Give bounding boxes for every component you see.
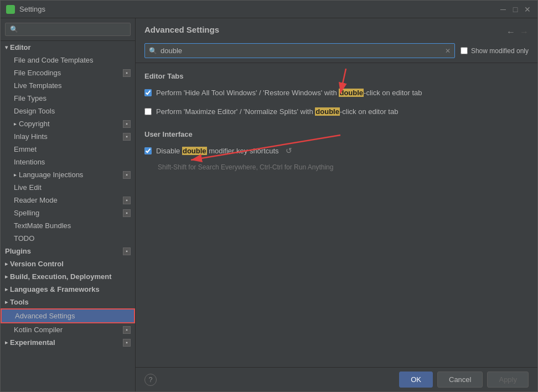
sidebar-item-design-tools[interactable]: Design Tools (1, 105, 135, 117)
expand-icon: ▪ (123, 133, 131, 141)
disable-double-modifier-text: Disable double modifier key shortcuts (156, 146, 279, 156)
expand-icon: ▪ (123, 171, 131, 179)
reset-button[interactable]: ↺ (283, 146, 294, 155)
disable-double-modifier-hint: Shift-Shift for Search Everywhere, Ctrl-… (158, 163, 529, 171)
sidebar-item-label: Design Tools (14, 107, 55, 115)
expand-icon: ▪ (123, 69, 131, 77)
sidebar-item-label: Emmet (14, 145, 37, 153)
sidebar-search-input[interactable] (5, 23, 131, 36)
sidebar-item-build-execution[interactable]: ▸ Build, Execution, Deployment (1, 270, 135, 283)
sidebar-item-emmet[interactable]: Emmet (1, 143, 135, 156)
editor-tabs-label: Editor Tabs (144, 72, 529, 80)
maximize-button[interactable]: □ (511, 5, 520, 14)
sidebar-item-experimental[interactable]: ▸ Experimental ▪ (1, 336, 135, 349)
sidebar-item-label: Tools (10, 298, 29, 306)
option-maximize-editor: Perform 'Maximize Editor' / 'Normalize S… (144, 105, 529, 119)
sidebar-item-kotlin-compiler[interactable]: Kotlin Compiler ▪ (1, 323, 135, 336)
app-icon (6, 5, 15, 14)
hide-tool-windows-checkbox[interactable] (144, 89, 152, 96)
sidebar-item-advanced-settings[interactable]: Advanced Settings (1, 308, 135, 323)
sidebar-item-textmate-bundles[interactable]: TextMate Bundles (1, 219, 135, 232)
sidebar-item-tools[interactable]: ▸ Tools (1, 296, 135, 308)
window-title: Settings (19, 5, 499, 13)
sidebar-item-reader-mode[interactable]: Reader Mode ▪ (1, 194, 135, 207)
user-interface-section: User Interface Disable double modifier k… (144, 130, 529, 171)
expand-icon: ▪ (123, 326, 131, 334)
sidebar-item-label: Live Edit (14, 183, 42, 192)
sidebar-item-label: Intentions (14, 158, 45, 166)
sidebar-item-label: Version Control (10, 260, 64, 268)
minimize-button[interactable]: ─ (499, 5, 508, 14)
window-controls: ─ □ ✕ (499, 5, 532, 14)
sidebar-item-file-and-code-templates[interactable]: File and Code Templates (1, 54, 135, 66)
main-header: Advanced Settings ← → 🔍 ✕ Show modified (136, 18, 537, 63)
experimental-chevron-icon: ▸ (5, 339, 8, 345)
forward-button[interactable]: → (520, 27, 529, 37)
option-disable-double-modifier: Disable double modifier key shortcuts ↺ (144, 144, 529, 158)
sidebar-item-todo[interactable]: TODO (1, 232, 135, 245)
settings-window: Settings ─ □ ✕ ▾ Editor File and Code Te… (0, 0, 538, 392)
sidebar-item-label: Languages & Frameworks (10, 285, 100, 293)
build-chevron-icon: ▸ (5, 274, 8, 280)
sidebar-item-version-control[interactable]: ▸ Version Control (1, 257, 135, 270)
sidebar-item-languages-frameworks[interactable]: ▸ Languages & Frameworks (1, 283, 135, 296)
sidebar-item-label: Plugins (5, 247, 31, 255)
maximize-editor-text: Perform 'Maximize Editor' / 'Normalize S… (156, 107, 398, 117)
maximize-editor-checkbox[interactable] (144, 108, 152, 115)
disable-double-modifier-checkbox[interactable] (144, 147, 152, 154)
apply-button[interactable]: Apply (487, 372, 529, 388)
sidebar-item-language-injections[interactable]: ▸ Language Injections ▪ (1, 168, 135, 181)
sidebar-item-intentions[interactable]: Intentions (1, 156, 135, 168)
sidebar-search-container (1, 18, 135, 41)
copyright-chevron-icon: ▸ (14, 121, 17, 127)
search-icon: 🔍 (149, 47, 157, 55)
expand-icon: ▪ (123, 339, 131, 347)
expand-icon: ▪ (123, 247, 131, 255)
sidebar-item-plugins[interactable]: Plugins ▪ (1, 245, 135, 257)
languages-chevron-icon: ▸ (5, 286, 8, 292)
back-button[interactable]: ← (506, 27, 515, 37)
close-button[interactable]: ✕ (523, 5, 532, 14)
main-panel: Advanced Settings ← → 🔍 ✕ Show modified (136, 18, 537, 391)
sidebar-item-file-types[interactable]: File Types (1, 92, 135, 105)
sidebar-item-live-templates[interactable]: Live Templates (1, 79, 135, 92)
sidebar-item-live-edit[interactable]: Live Edit (1, 181, 135, 194)
clear-search-icon[interactable]: ✕ (445, 47, 451, 55)
help-button[interactable]: ? (144, 374, 157, 386)
expand-icon: ▪ (123, 197, 131, 204)
sidebar-item-label: TextMate Bundles (14, 221, 71, 230)
highlight-double-3: double (182, 147, 207, 155)
settings-search-input[interactable] (144, 43, 455, 58)
bottom-buttons: OK Cancel Apply (399, 372, 529, 388)
version-control-chevron-icon: ▸ (5, 261, 8, 267)
main-content: Editor Tabs Perform 'Hide All Tool Windo… (136, 63, 537, 191)
sidebar-item-label: Build, Execution, Deployment (10, 272, 111, 281)
sidebar-item-spelling[interactable]: Spelling ▪ (1, 207, 135, 219)
sidebar-item-label: Advanced Settings (15, 312, 75, 320)
sidebar-item-inlay-hints[interactable]: Inlay Hints ▪ (1, 130, 135, 143)
search-bar-row: 🔍 ✕ Show modified only (144, 43, 529, 58)
option-hide-tool-windows: Perform 'Hide All Tool Windows' / 'Resto… (144, 86, 529, 100)
sidebar-item-label: Experimental (10, 338, 55, 347)
hide-tool-windows-text: Perform 'Hide All Tool Windows' / 'Resto… (156, 88, 422, 98)
sidebar-item-copyright[interactable]: ▸ Copyright ▪ (1, 117, 135, 130)
expand-icon: ▪ (123, 209, 131, 217)
sidebar-item-label: File and Code Templates (14, 56, 94, 64)
expand-icon: ▪ (123, 120, 131, 128)
svg-point-0 (8, 7, 13, 12)
main-content-wrapper: Editor Tabs Perform 'Hide All Tool Windo… (136, 63, 537, 367)
bottom-left: ? (144, 374, 157, 386)
ok-button[interactable]: OK (399, 372, 433, 388)
sidebar-item-label: Inlay Hints (14, 132, 48, 141)
highlight-double-2: double (315, 107, 340, 116)
search-box: 🔍 ✕ (144, 43, 455, 58)
sidebar-item-editor[interactable]: ▾ Editor (1, 41, 135, 54)
sidebar-item-label: Editor (10, 43, 31, 51)
show-modified-row: Show modified only (461, 47, 529, 55)
main-content-area: ▾ Editor File and Code Templates File En… (1, 18, 537, 391)
sidebar-item-label: Language Injections (19, 171, 83, 179)
show-modified-checkbox[interactable] (461, 47, 468, 54)
cancel-button[interactable]: Cancel (437, 372, 483, 388)
sidebar-item-file-encodings[interactable]: File Encodings ▪ (1, 66, 135, 79)
page-title: Advanced Settings (144, 25, 219, 34)
